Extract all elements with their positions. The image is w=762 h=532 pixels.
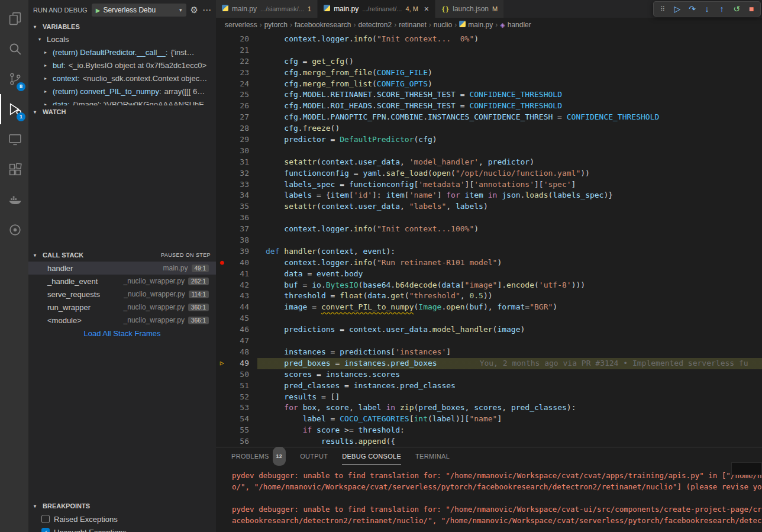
panel-tab-output[interactable]: OUTPUT (300, 447, 328, 465)
breakpoint-gutter[interactable] (216, 56, 228, 67)
more-actions-icon[interactable]: ⋯ (202, 5, 211, 15)
breakpoint-gutter[interactable] (216, 336, 228, 347)
gutter[interactable]: 44 (216, 302, 257, 313)
code-line-25[interactable]: 25 cfg.MODEL.RETINANET.SCORE_THRESH_TEST… (216, 89, 762, 101)
launch-config-dropdown[interactable]: ▶ Serverless Debu ▾ (92, 4, 186, 17)
breakpoint-gutter[interactable] (216, 235, 228, 246)
gutter[interactable]: ●40 (216, 257, 257, 269)
gutter[interactable]: 34 (216, 190, 257, 201)
breakpoint-gutter[interactable] (216, 246, 228, 257)
breakpoint-icon[interactable]: ● (216, 257, 228, 269)
gutter[interactable]: 39 (216, 246, 257, 257)
chevron-collapsed-icon[interactable]: ▸ (44, 85, 53, 98)
code-line-31[interactable]: 31 setattr(context.user_data, 'model_han… (216, 157, 762, 168)
code-line-44[interactable]: 44 image = convert_PIL_to_numpy(Image.op… (216, 302, 762, 313)
gutter[interactable]: 47 (216, 336, 257, 347)
gutter[interactable]: 23 (216, 67, 257, 79)
restart-icon[interactable]: ↺ (729, 4, 744, 14)
gutter[interactable]: 37 (216, 224, 257, 235)
gutter[interactable]: 35 (216, 201, 257, 212)
gutter[interactable]: 52 (216, 392, 257, 403)
breakpoint-gutter[interactable] (216, 392, 228, 403)
breakpoint-gutter[interactable] (216, 280, 228, 291)
variables-section-header[interactable]: ▾ VARIABLES (28, 20, 216, 33)
breakpoint-gutter[interactable] (216, 324, 228, 336)
close-icon[interactable]: × (424, 5, 429, 13)
tab-main.py[interactable]: main.py.../siammask/...1 (216, 0, 318, 18)
variable-row[interactable]: ▸(return) convert_PIL_to_numpy:array([[[… (28, 85, 216, 98)
code-line-43[interactable]: 43 threshold = float(data.get("threshold… (216, 291, 762, 302)
code-line-22[interactable]: 22 cfg = get_cfg() (216, 56, 762, 67)
gutter[interactable]: 33 (216, 179, 257, 191)
code-line-41[interactable]: 41 data = event.body (216, 269, 762, 280)
call-stack-section-header[interactable]: ▾ CALL STACK PAUSED ON STEP (28, 249, 216, 262)
stack-frame-row[interactable]: run_wrapper_nuclio_wrapper.py360:1 (28, 301, 216, 314)
breakpoint-gutter[interactable] (216, 89, 228, 101)
gutter[interactable]: 36 (216, 212, 257, 224)
breakpoint-gutter[interactable] (216, 269, 228, 280)
activity-item-explorer[interactable] (0, 4, 28, 34)
activity-item-run-and-debug[interactable]: 1 (0, 94, 28, 124)
code-line-47[interactable]: 47 (216, 336, 762, 347)
code-line-38[interactable]: 38 (216, 235, 762, 246)
gutter[interactable]: 28 (216, 123, 257, 134)
checkbox[interactable]: ✓ (41, 528, 50, 532)
code-line-39[interactable]: 39def handler(context, event): (216, 246, 762, 257)
code-line-48[interactable]: 48 instances = predictions['instances'] (216, 347, 762, 358)
breakpoint-row[interactable]: ✓Uncaught Exceptions (28, 525, 216, 532)
breakpoint-gutter[interactable] (216, 179, 228, 191)
code-line-36[interactable]: 36 (216, 212, 762, 224)
debug-console-output[interactable]: pydev debugger: unable to find translati… (216, 465, 762, 532)
variable-row[interactable]: ▸buf:<_io.BytesIO object at 0x7f5a2dc1ec… (28, 59, 216, 72)
breadcrumb-item-serverless[interactable]: serverless (225, 21, 257, 29)
gutter[interactable]: 50 (216, 369, 257, 381)
gutter[interactable]: 42 (216, 280, 257, 291)
breakpoint-gutter[interactable] (216, 67, 228, 79)
activity-item-test-explorer[interactable] (0, 215, 28, 245)
code-line-33[interactable]: 33 labels_spec = functionconfig['metadat… (216, 179, 762, 191)
console-filter-box[interactable] (731, 462, 762, 475)
gutter[interactable]: 38 (216, 235, 257, 246)
gutter[interactable]: 25 (216, 89, 257, 101)
current-step-icon[interactable]: ▷ (216, 358, 228, 369)
code-line-24[interactable]: 24 cfg.merge_from_list(CONFIG_OPTS) (216, 79, 762, 90)
code-line-52[interactable]: 52 results = [] (216, 392, 762, 403)
code-line-30[interactable]: 30 (216, 146, 762, 157)
code-line-35[interactable]: 35 setattr(context.user_data, "labels", … (216, 201, 762, 212)
stop-icon[interactable]: ■ (744, 4, 758, 14)
gutter[interactable]: 55 (216, 425, 257, 436)
code-line-32[interactable]: 32 functionconfig = yaml.safe_load(open(… (216, 168, 762, 179)
breakpoint-gutter[interactable] (216, 224, 228, 235)
breakpoint-gutter[interactable] (216, 381, 228, 392)
breakpoint-gutter[interactable] (216, 168, 228, 179)
breadcrumb-item-main.py[interactable]: main.py (459, 21, 493, 29)
gutter[interactable]: 53 (216, 402, 257, 414)
breakpoint-gutter[interactable] (216, 34, 228, 45)
code-line-50[interactable]: 50 scores = instances.scores (216, 369, 762, 381)
gutter[interactable]: 31 (216, 157, 257, 168)
watch-section-header[interactable]: ▾ WATCH (28, 105, 216, 118)
activity-item-docker[interactable] (0, 185, 28, 215)
breakpoint-gutter[interactable] (216, 402, 228, 414)
step-out-icon[interactable]: ↑ (715, 4, 729, 14)
gutter[interactable]: 51 (216, 381, 257, 392)
gear-icon[interactable]: ⚙ (190, 5, 198, 15)
variable-row[interactable]: ▸data:{'image': 'iVBORw0KGgoAAAANSUhE… (28, 98, 216, 105)
code-line-45[interactable]: 45 (216, 313, 762, 324)
gutter[interactable]: 21 (216, 45, 257, 56)
breakpoint-gutter[interactable] (216, 101, 228, 112)
breakpoint-gutter[interactable] (216, 123, 228, 134)
gutter[interactable]: 46 (216, 324, 257, 336)
breakpoint-gutter[interactable] (216, 45, 228, 56)
gutter[interactable]: ▷49 (216, 358, 257, 369)
gutter[interactable]: 22 (216, 56, 257, 67)
code-line-29[interactable]: 29 predictor = DefaultPredictor(cfg) (216, 134, 762, 146)
stack-frame-row[interactable]: <module>_nuclio_wrapper.py366:1 (28, 314, 216, 327)
breakpoint-gutter[interactable] (216, 201, 228, 212)
breakpoint-gutter[interactable] (216, 425, 228, 436)
gutter[interactable]: 32 (216, 168, 257, 179)
gutter[interactable]: 27 (216, 112, 257, 123)
scope-locals[interactable]: ▾ Locals (28, 33, 216, 46)
variable-row[interactable]: ▸(return) DefaultPredictor.__call__:{'in… (28, 46, 216, 59)
continue-icon[interactable]: ▷ (670, 4, 684, 14)
